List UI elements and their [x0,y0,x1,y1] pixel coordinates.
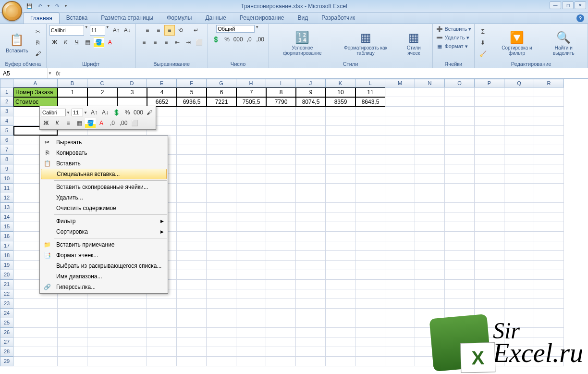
cell-F3[interactable] [177,107,207,116]
cell-H1[interactable]: 7 [236,87,266,97]
cell-J22[interactable] [296,289,326,299]
context-item[interactable]: Вставить скопированные ячейки... [41,182,167,192]
indent-decrease-icon[interactable]: ⇤ [172,37,183,48]
cell-O9[interactable] [445,164,475,174]
cell-O12[interactable] [445,193,475,203]
cell-L19[interactable] [355,261,385,270]
cell-R25[interactable] [534,318,564,328]
row-header-10[interactable]: 10 [0,174,13,184]
copy-icon[interactable]: ⎘ [33,37,43,48]
cell-R7[interactable] [534,145,564,155]
column-header-J[interactable]: J [296,79,326,87]
cell-P25[interactable] [475,318,504,328]
mini-shrink-icon[interactable]: A↓ [100,107,110,118]
cell-O6[interactable] [445,136,475,145]
cell-P5[interactable] [475,126,504,136]
cell-J19[interactable] [296,261,326,270]
cell-P13[interactable] [475,203,504,212]
cell-J9[interactable] [296,164,326,174]
cell-Q29[interactable] [504,357,534,366]
cell-I8[interactable] [266,155,296,164]
row-header-28[interactable]: 28 [0,347,13,357]
row-header-2[interactable]: 2 [0,97,13,107]
cell-H21[interactable] [236,280,266,289]
cell-P24[interactable] [475,309,504,318]
redo-icon[interactable]: ↷ [53,2,61,11]
cell-L8[interactable] [355,155,385,164]
cell-K14[interactable] [326,212,355,222]
cell-O1[interactable] [445,87,475,97]
cell-Q9[interactable] [504,164,534,174]
cell-P11[interactable] [475,184,504,193]
cell-M11[interactable] [385,184,415,193]
cell-N14[interactable] [415,212,445,222]
cell-Q4[interactable] [504,116,534,126]
cell-Q6[interactable] [504,136,534,145]
indent-increase-icon[interactable]: ⇥ [183,37,194,48]
cell-G24[interactable] [207,309,236,318]
cell-G9[interactable] [207,164,236,174]
cell-G19[interactable] [207,261,236,270]
bold-button[interactable]: Ж [49,37,60,48]
cell-M26[interactable] [385,328,415,337]
cell-J13[interactable] [296,203,326,212]
cell-F5[interactable] [177,126,207,136]
row-header-29[interactable]: 29 [0,357,13,366]
cell-L21[interactable] [355,280,385,289]
column-header-K[interactable]: K [326,79,355,87]
italic-button[interactable]: К [61,37,71,48]
row-header-3[interactable]: 3 [0,107,13,116]
cell-Q19[interactable] [504,261,534,270]
cell-K17[interactable] [326,241,355,251]
cell-R14[interactable] [534,212,564,222]
align-center-icon[interactable]: ≡ [150,37,160,48]
context-item[interactable]: Выбрать из раскрывающегося списка... [41,261,167,271]
cell-G4[interactable] [207,116,236,126]
cell-D24[interactable] [117,309,147,318]
cell-K25[interactable] [326,318,355,328]
cell-R28[interactable] [534,347,564,357]
font-size-dropdown[interactable]: ▼ [106,25,110,36]
cell-M27[interactable] [385,337,415,347]
cell-M29[interactable] [385,357,415,366]
cell-E23[interactable] [147,299,177,309]
cell-J10[interactable] [296,174,326,184]
cell-I27[interactable] [266,337,296,347]
cell-H9[interactable] [236,164,266,174]
fill-icon[interactable]: ⬇ [478,37,488,48]
cell-I7[interactable] [266,145,296,155]
cell-K18[interactable] [326,251,355,261]
format-painter-icon[interactable]: 🖌 [33,49,43,59]
cell-R1[interactable] [534,87,564,97]
cell-P7[interactable] [475,145,504,155]
cell-R26[interactable] [534,328,564,337]
cell-Q5[interactable] [504,126,534,136]
cell-B25[interactable] [58,318,87,328]
row-header-12[interactable]: 12 [0,193,13,203]
cell-J24[interactable] [296,309,326,318]
cell-K4[interactable] [326,116,355,126]
cell-J5[interactable] [296,126,326,136]
cell-G14[interactable] [207,212,236,222]
cell-J28[interactable] [296,347,326,357]
cell-M6[interactable] [385,136,415,145]
cell-R15[interactable] [534,222,564,232]
cell-N2[interactable] [415,97,445,107]
cell-H8[interactable] [236,155,266,164]
cell-C29[interactable] [87,357,117,366]
cell-E2[interactable]: 6652 [147,97,177,107]
autosum-icon[interactable]: Σ [478,26,488,37]
mini-comma-icon[interactable]: 000 [133,107,144,118]
tab-developer[interactable]: Разработчик [315,12,362,24]
cell-G23[interactable] [207,299,236,309]
column-header-M[interactable]: M [385,79,415,87]
increase-decimal-icon[interactable]: ,0 [244,34,255,45]
cell-E29[interactable] [147,357,177,366]
cell-C28[interactable] [87,347,117,357]
cell-F12[interactable] [177,193,207,203]
cell-J25[interactable] [296,318,326,328]
cell-J16[interactable] [296,232,326,241]
cell-G16[interactable] [207,232,236,241]
cell-H17[interactable] [236,241,266,251]
cell-K3[interactable] [326,107,355,116]
